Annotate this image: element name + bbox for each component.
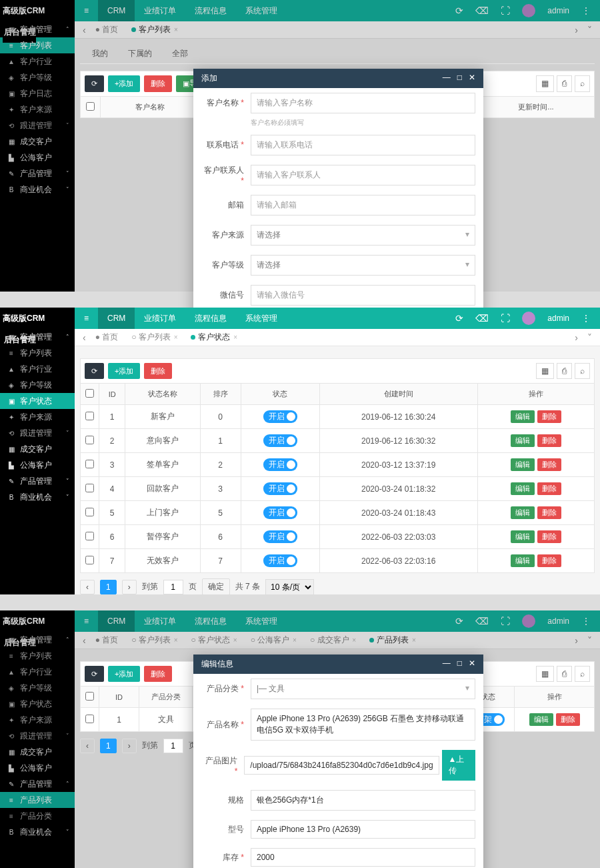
menu-cust-source[interactable]: ✦客户来源 (0, 409, 75, 425)
modal-close-icon[interactable]: ✕ (469, 659, 475, 670)
page-go[interactable]: 确定 (202, 578, 230, 595)
del-button[interactable]: 删除 (537, 530, 561, 543)
row-check[interactable] (85, 412, 94, 420)
filter-icon[interactable]: ▦ (536, 363, 554, 379)
search-icon[interactable]: ⌕ (575, 666, 590, 682)
nav-crm[interactable]: CRM (98, 308, 135, 329)
refresh-button[interactable]: ⟳ (85, 363, 104, 379)
modal-min-icon[interactable]: — (443, 659, 451, 670)
refresh-button[interactable]: ⟳ (85, 666, 104, 682)
menu-sea[interactable]: ▙公海客户 (0, 457, 75, 473)
status-switch[interactable]: 开启 (263, 410, 297, 423)
row-check[interactable] (85, 508, 94, 516)
filter-icon[interactable]: ▦ (536, 666, 554, 682)
more-icon[interactable]: ⋮ (581, 313, 591, 324)
add-button[interactable]: +添加 (108, 363, 140, 379)
filter-icon[interactable]: ▦ (536, 75, 554, 92)
edit-button[interactable]: 编辑 (511, 458, 535, 471)
modal-max-icon[interactable]: □ (457, 73, 462, 84)
delete-button[interactable]: 删除 (144, 75, 172, 92)
select-level[interactable]: 请选择▾ (251, 255, 475, 276)
row-check[interactable] (85, 436, 94, 444)
menu-cust-level[interactable]: ◈客户等级 (0, 377, 75, 393)
delete-button[interactable]: 删除 (144, 666, 172, 682)
nav-order[interactable]: 业绩订单 (135, 308, 185, 329)
tab-all[interactable]: 全部 (172, 48, 188, 59)
table-row: 1新客户0 开启 2019-06-12 16:30:24 编辑删除 (81, 405, 595, 429)
print-icon[interactable]: ⎙ (557, 75, 572, 92)
status-switch[interactable]: 开启 (263, 506, 297, 519)
del-button[interactable]: 删除 (537, 554, 561, 567)
row-check[interactable] (85, 484, 94, 492)
modal-min-icon[interactable]: — (443, 73, 451, 84)
menu-followup[interactable]: ⟲跟进管理˅ (0, 425, 75, 441)
page-input[interactable] (163, 580, 183, 594)
print-icon[interactable]: ⎙ (557, 363, 572, 379)
edit-button[interactable]: 编辑 (511, 530, 535, 543)
trash-icon[interactable]: ⌫ (475, 313, 489, 324)
input-stock[interactable]: 2000 (251, 848, 475, 867)
delete-button[interactable]: 删除 (144, 363, 172, 379)
edit-button[interactable]: 编辑 (511, 410, 535, 423)
status-switch[interactable]: 开启 (263, 482, 297, 495)
modal-max-icon[interactable]: □ (457, 659, 462, 670)
page-prev[interactable]: ‹ (80, 580, 95, 594)
menu-cust-industry[interactable]: ▲客户行业 (0, 361, 75, 377)
edit-button[interactable]: 编辑 (511, 482, 535, 495)
page-size[interactable]: 10 条/页 (265, 579, 314, 595)
upload-button[interactable]: ▲上传 (442, 750, 475, 781)
refresh-icon[interactable]: ⟳ (455, 313, 463, 324)
status-switch[interactable]: 开启 (263, 530, 297, 543)
del-button[interactable]: 删除 (556, 713, 580, 726)
menu-deal[interactable]: ▦成交客户 (0, 441, 75, 457)
nav-toggle[interactable]: ≡ (75, 308, 98, 329)
edit-button[interactable]: 编辑 (511, 554, 535, 567)
avatar[interactable] (522, 312, 535, 325)
add-button[interactable]: +添加 (108, 75, 140, 92)
tab-mine[interactable]: 我的 (92, 48, 108, 59)
search-icon[interactable]: ⌕ (575, 363, 590, 379)
edit-button[interactable]: 编辑 (511, 434, 535, 447)
row-check[interactable] (85, 532, 94, 540)
refresh-button[interactable]: ⟳ (85, 75, 104, 92)
menu-prod[interactable]: ✎产品管理˅ (0, 473, 75, 489)
del-button[interactable]: 删除 (537, 458, 561, 471)
input-email[interactable]: 请输入邮箱 (251, 195, 475, 215)
input-spec[interactable]: 银色256G内存*1台 (251, 790, 475, 811)
input-contact[interactable]: 请输入客户联系人 (251, 165, 475, 185)
del-button[interactable]: 删除 (537, 410, 561, 423)
status-switch[interactable]: 开启 (263, 458, 297, 471)
status-switch[interactable]: 开启 (263, 554, 297, 567)
add-button[interactable]: +添加 (108, 666, 140, 682)
input-prodname[interactable]: Apple iPhone 13 Pro (A2639) 256GB 石墨色 支持… (251, 709, 475, 741)
select-source[interactable]: 请选择▾ (251, 225, 475, 246)
input-img[interactable]: /upload/75/6843b2416fa852304d0c7d6e1db9c… (244, 756, 439, 775)
input-model[interactable]: Apple iPhone 13 Pro (A2639) (251, 820, 475, 839)
nav-flow[interactable]: 流程信息 (185, 308, 236, 329)
del-button[interactable]: 删除 (537, 482, 561, 495)
del-button[interactable]: 删除 (537, 506, 561, 519)
del-button[interactable]: 删除 (537, 434, 561, 447)
input-phone[interactable]: 请输入联系电话 (251, 135, 475, 155)
edit-button[interactable]: 编辑 (511, 506, 535, 519)
check-all[interactable] (86, 102, 95, 111)
print-icon[interactable]: ⎙ (557, 666, 572, 682)
fullscreen-icon[interactable]: ⛶ (501, 313, 510, 324)
status-switch[interactable]: 开启 (263, 434, 297, 447)
modal-close-icon[interactable]: ✕ (469, 73, 475, 84)
check-all[interactable] (85, 389, 94, 398)
select-cat[interactable]: |— 文具▾ (251, 679, 475, 699)
row-check[interactable] (85, 556, 94, 564)
input-name[interactable]: 请输入客户名称 (251, 93, 475, 113)
tab-sub[interactable]: 下属的 (128, 48, 152, 59)
menu-biz[interactable]: B商业机会˅ (0, 489, 75, 505)
row-check[interactable] (85, 460, 94, 468)
edit-button[interactable]: 编辑 (529, 713, 553, 726)
page-1[interactable]: 1 (100, 580, 117, 594)
search-icon[interactable]: ⌕ (575, 75, 590, 92)
input-wechat[interactable]: 请输入微信号 (251, 285, 475, 306)
page-next[interactable]: › (122, 580, 137, 594)
crumb-prev[interactable]: ‹ (80, 332, 89, 343)
nav-sys[interactable]: 系统管理 (236, 308, 287, 329)
menu-cust-status[interactable]: ▣客户状态 (0, 393, 75, 409)
